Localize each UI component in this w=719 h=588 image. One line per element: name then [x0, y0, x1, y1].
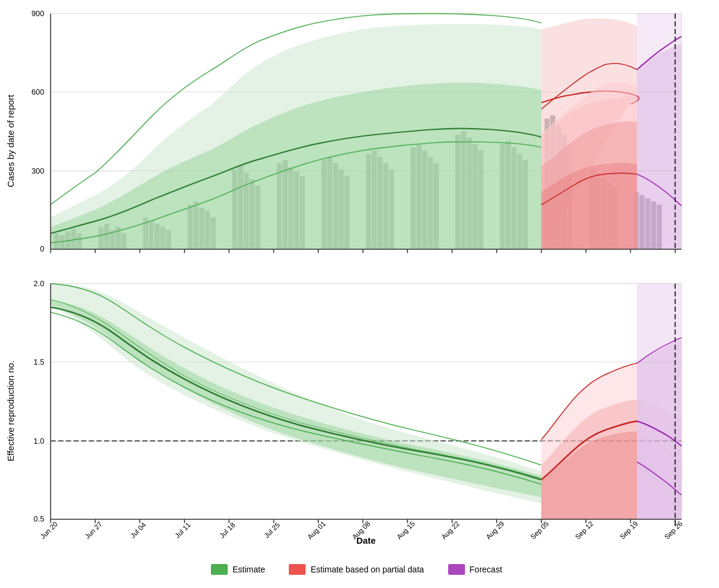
svg-text:Sep 26: Sep 26 [663, 519, 684, 540]
forecast-swatch [448, 564, 465, 575]
svg-text:300: 300 [32, 166, 44, 175]
svg-text:0: 0 [40, 244, 44, 253]
legend: Estimate Estimate based on partial data … [6, 545, 707, 588]
x-axis-label: Date [357, 535, 376, 545]
svg-text:0.5: 0.5 [34, 514, 44, 523]
chart-container: Cases by date of report 0 300 600 900 [0, 0, 719, 588]
estimate-label: Estimate [232, 565, 265, 574]
estimate-swatch [211, 564, 228, 575]
partial-label: Estimate based on partial data [310, 565, 424, 574]
svg-text:Jul 25: Jul 25 [262, 520, 282, 539]
legend-estimate: Estimate [211, 564, 265, 575]
svg-text:Jun 27: Jun 27 [83, 520, 104, 540]
svg-text:Jul 04: Jul 04 [129, 520, 148, 539]
svg-text:Aug 01: Aug 01 [306, 519, 327, 540]
svg-text:Sep 12: Sep 12 [573, 519, 594, 540]
svg-text:2.0: 2.0 [34, 279, 44, 288]
svg-text:1.5: 1.5 [34, 357, 44, 366]
bottom-chart: Effective reproduction no. 2.0 1.5 1.0 0… [6, 276, 707, 546]
svg-text:Aug 22: Aug 22 [440, 519, 461, 540]
svg-text:Jul 18: Jul 18 [217, 520, 236, 539]
svg-text:Aug 29: Aug 29 [484, 519, 505, 540]
legend-forecast: Forecast [448, 564, 502, 575]
svg-text:Jul 11: Jul 11 [173, 520, 192, 539]
svg-text:1.0: 1.0 [34, 436, 44, 445]
svg-text:Aug 15: Aug 15 [395, 519, 416, 541]
forecast-label: Forecast [470, 565, 502, 574]
top-chart: Cases by date of report 0 300 600 900 [6, 6, 707, 276]
legend-partial: Estimate based on partial data [289, 564, 424, 575]
top-y-label: Cases by date of report [6, 94, 16, 187]
partial-swatch [289, 564, 306, 575]
svg-text:Sep 05: Sep 05 [529, 519, 551, 541]
bottom-y-label: Effective reproduction no. [6, 360, 16, 461]
svg-text:900: 900 [32, 9, 44, 18]
svg-text:Sep 19: Sep 19 [618, 519, 639, 540]
svg-text:600: 600 [32, 87, 44, 96]
